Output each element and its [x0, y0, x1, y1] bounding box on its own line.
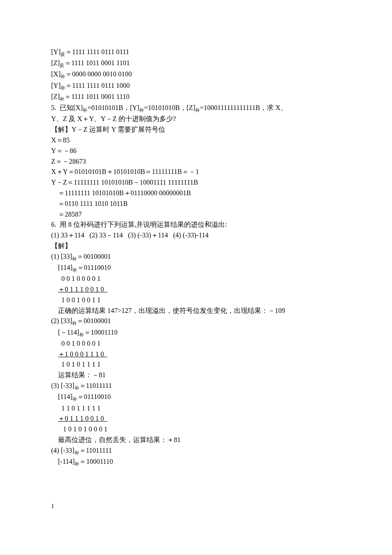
- text-run: 【解】: [51, 242, 72, 249]
- underline-text: ＋0 1 1 1 0 0 1 0: [58, 415, 107, 422]
- text-line: 【解】Y－Z 运算时 Y 需要扩展符号位: [51, 124, 341, 135]
- text-run: [X]: [51, 70, 61, 78]
- text-line: [Y]反＝1111 1111 0111 0111: [51, 47, 341, 58]
- text-line: ＝28587: [51, 209, 341, 220]
- text-line: X＝85: [51, 135, 341, 146]
- text-line: 1 0 0 1 0 0 1 1: [51, 295, 341, 306]
- subscript-text: 补: [75, 450, 79, 455]
- subscript-text: 补: [61, 74, 65, 79]
- subscript-text: 反: [60, 63, 64, 68]
- subscript-text: 补: [72, 321, 77, 326]
- text-line: (1) 33＋114 (2) 33－114 (3) (-33)＋114 (4) …: [51, 230, 341, 241]
- text-run: (2) [33]: [51, 317, 72, 324]
- subscript-text: 补: [72, 397, 77, 402]
- text-line: [-114]补＝10001110: [51, 457, 341, 468]
- text-run: 1 0 1 0 1 1 1 1: [51, 361, 101, 368]
- text-line: [Z]补＝1111 1011 0001 1110: [51, 92, 341, 103]
- text-run: [－114]: [51, 329, 79, 336]
- text-line: (3) [-33]补＝11011111: [51, 381, 341, 392]
- text-run: Y＝－86: [51, 147, 77, 154]
- text-run: [Y]: [51, 48, 61, 55]
- text-run: [Z]: [51, 93, 60, 100]
- subscript-text: 补: [83, 107, 87, 113]
- text-run: Y－Z＝11111111 10101010B－10001111 11111111…: [51, 179, 198, 186]
- text-run: [Z]: [51, 59, 60, 66]
- text-run: ＝01110010: [77, 393, 111, 400]
- text-line: 运算结果：－81: [51, 370, 341, 381]
- text-line: Y、Z 及 X＋Y、Y－Z 的十进制值为多少?: [51, 114, 341, 124]
- text-run: ＝1111 1111 0111 1000: [65, 82, 130, 89]
- text-run: [Y]: [51, 82, 61, 89]
- text-run: 0 0 1 0 0 0 0 1: [51, 275, 101, 282]
- text-run: [51, 350, 58, 358]
- text-line: [114]补＝01110010: [51, 263, 341, 274]
- text-run: =1000111111111111B，求 X、: [200, 104, 287, 111]
- text-run: =10101010B，[Z]: [144, 104, 195, 111]
- text-run: ＝1111 1011 0001 1101: [64, 59, 130, 66]
- text-run: ＝10001110: [79, 458, 113, 465]
- text-run: ＝00100001: [77, 317, 111, 324]
- text-run: [114]: [51, 393, 72, 400]
- text-run: 运算结果：－81: [51, 371, 106, 379]
- document-page: [Y]反＝1111 1111 0111 0111[Z]反＝1111 1011 0…: [0, 0, 392, 537]
- subscript-text: 补: [75, 385, 79, 390]
- text-line: ＋1 0 0 0 1 1 1 0: [51, 349, 341, 360]
- text-run: X＋Y＝01010101B＋10101010B＝11111111B＝－1: [51, 168, 199, 175]
- text-line: 0 0 1 0 0 0 0 1: [51, 274, 341, 284]
- text-run: =01010101B，[Y]: [87, 104, 139, 111]
- text-run: 1 1 0 1 1 1 1 1: [51, 405, 101, 412]
- text-line: [Y]补＝1111 1111 0111 1000: [51, 81, 341, 92]
- text-line: ＝11111111 10101010B＋01110000 00000001B: [51, 188, 341, 199]
- text-line: 【解】: [51, 241, 341, 251]
- text-run: ＝11011111: [79, 382, 112, 389]
- text-line: 5. 已知[X]补=01010101B，[Y]补=10101010B，[Z]补=…: [51, 103, 341, 114]
- text-line: 1 1 0 1 1 1 1 1: [51, 403, 341, 414]
- underline-text: ＋0 1 1 1 0 0 1 0: [58, 286, 107, 293]
- text-run: ＝0110 1111 1010 1011B: [51, 200, 128, 207]
- text-line: 6. 用 8 位补码进行下列运算,并说明运算结果的进位和溢出:: [51, 220, 341, 230]
- text-line: X＋Y＝01010101B＋10101010B＝11111111B＝－1: [51, 167, 341, 177]
- text-run: ＝1111 1111 0111 0111: [65, 48, 129, 55]
- text-run: 0 0 1 0 0 0 0 1: [51, 340, 101, 347]
- text-run: 6. 用 8 位补码进行下列运算,并说明运算结果的进位和溢出:: [51, 221, 227, 228]
- text-run: ＝0000 0000 0010 0100: [65, 70, 132, 78]
- text-run: (3) [-33]: [51, 382, 75, 389]
- page-number: 1: [51, 502, 341, 511]
- text-line: ＋0 1 1 1 0 0 1 0: [51, 413, 341, 424]
- text-line: ＋0 1 1 1 0 0 1 0: [51, 284, 341, 295]
- text-line: ＝0110 1111 1010 1011B: [51, 199, 341, 209]
- text-line: [－114]补＝10001110: [51, 327, 341, 338]
- text-run: 最高位进位，自然丢失，运算结果：＋81: [51, 436, 181, 443]
- text-run: ＝1111 1011 0001 1110: [64, 93, 129, 100]
- text-run: (1) 33＋114 (2) 33－114 (3) (-33)＋114 (4) …: [51, 231, 209, 239]
- subscript-text: 补: [72, 256, 77, 261]
- text-line: 最高位进位，自然丢失，运算结果：＋81: [51, 435, 341, 445]
- subscript-text: 补: [195, 107, 200, 113]
- text-run: [-114]: [51, 458, 75, 465]
- text-run: ＝00100001: [77, 253, 111, 260]
- text-line: [Z]反＝1111 1011 0001 1101: [51, 58, 341, 69]
- subscript-text: 补: [139, 107, 144, 113]
- text-line: 0 0 1 0 0 0 0 1: [51, 338, 341, 349]
- subscript-text: 补: [75, 461, 79, 466]
- text-run: ＝11111111 10101010B＋01110000 00000001B: [51, 189, 191, 197]
- text-line: Z＝－28673: [51, 156, 341, 167]
- text-run: X＝85: [51, 136, 70, 144]
- text-run: 正确的运算结果 147>127，出现溢出，使符号位发生变化，出现结果：－109: [51, 307, 285, 314]
- text-line: 1 0 1 0 1 0 0 0 1: [51, 424, 341, 435]
- text-line: (2) [33]补＝00100001: [51, 316, 341, 327]
- text-line: Y＝－86: [51, 146, 341, 156]
- text-run: ＝11011111: [79, 447, 112, 454]
- subscript-text: 补: [60, 96, 64, 101]
- text-line: 正确的运算结果 147>127，出现溢出，使符号位发生变化，出现结果：－109: [51, 306, 341, 316]
- subscript-text: 补: [79, 332, 84, 337]
- text-run: ＝28587: [51, 211, 82, 218]
- text-run: [114]: [51, 264, 72, 271]
- subscript-text: 反: [61, 52, 65, 57]
- underline-text: ＋1 0 0 0 1 1 1 0: [58, 350, 107, 358]
- text-line: [114]补＝01110010: [51, 392, 341, 403]
- text-line: (4) [-33]补＝11011111: [51, 445, 341, 457]
- text-run: Y、Z 及 X＋Y、Y－Z 的十进制值为多少?: [51, 115, 176, 122]
- text-run: (1) [33]: [51, 253, 72, 260]
- text-line: Y－Z＝11111111 10101010B－10001111 11111111…: [51, 177, 341, 188]
